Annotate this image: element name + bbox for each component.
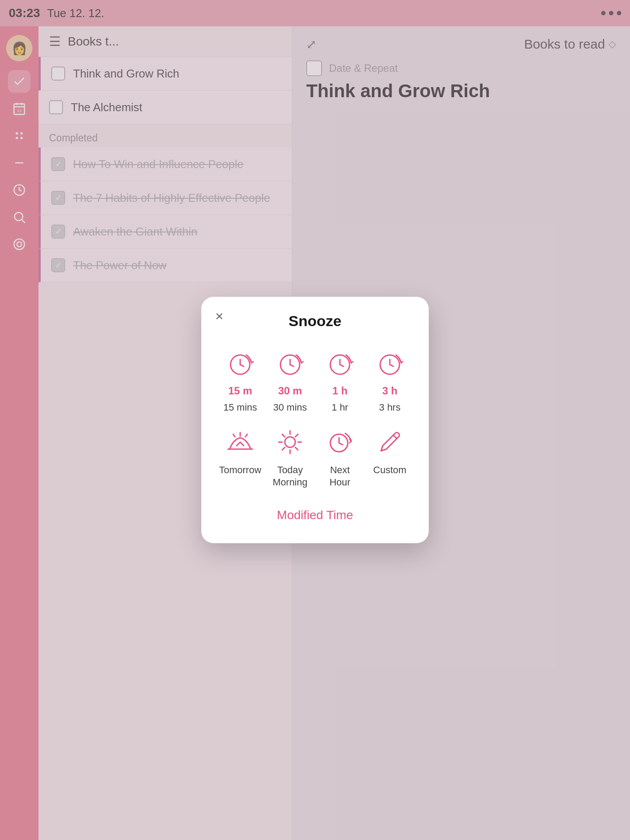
svg-line-20 — [233, 434, 235, 437]
snooze-clock-30m-icon — [273, 345, 308, 380]
snooze-custom-label: Custom — [373, 464, 406, 477]
modal-close-button[interactable]: × — [215, 309, 224, 323]
snooze-modal: × Snooze 15 m 15 mins — [201, 297, 429, 543]
snooze-tomorrow-icon — [223, 425, 258, 460]
svg-line-31 — [295, 447, 298, 450]
snooze-next-hour-label: Next Hour — [318, 464, 361, 489]
snooze-3h-label: 3 hrs — [379, 401, 401, 414]
svg-line-30 — [282, 447, 285, 450]
snooze-1h-label: 1 hr — [332, 401, 348, 414]
snooze-clock-1h-icon — [322, 345, 357, 380]
snooze-tomorrow-label: Tomorrow — [219, 464, 262, 477]
snooze-option-30m[interactable]: 30 m 30 mins — [269, 345, 312, 414]
svg-point-23 — [285, 437, 295, 447]
snooze-30m-colored-label: 30 m — [278, 385, 302, 397]
snooze-option-tomorrow[interactable]: Tomorrow — [219, 425, 262, 489]
snooze-option-1h[interactable]: 1 h 1 hr — [318, 345, 361, 414]
svg-line-28 — [282, 434, 285, 437]
snooze-1h-colored-label: 1 h — [332, 385, 348, 397]
snooze-clock-3h-icon — [372, 345, 407, 380]
snooze-custom-icon — [372, 425, 407, 460]
snooze-today-morning-icon — [273, 425, 308, 460]
snooze-option-3h[interactable]: 3 h 3 hrs — [368, 345, 411, 414]
snooze-clock-15m-icon — [223, 345, 258, 380]
svg-line-21 — [245, 434, 247, 437]
modal-overlay: × Snooze 15 m 15 mins — [0, 0, 630, 840]
modified-time-button[interactable]: Modified Time — [219, 505, 411, 526]
snooze-3h-colored-label: 3 h — [382, 385, 398, 397]
snooze-options-grid: 15 m 15 mins 30 m 30 mins — [219, 345, 411, 489]
snooze-next-hour-icon — [322, 425, 357, 460]
modal-title: Snooze — [219, 313, 411, 330]
snooze-15m-label: 15 mins — [223, 401, 257, 414]
snooze-option-today-morning[interactable]: TodayMorning — [269, 425, 312, 489]
svg-line-29 — [295, 434, 298, 437]
snooze-30m-label: 30 mins — [273, 401, 307, 414]
snooze-15m-colored-label: 15 m — [228, 385, 252, 397]
snooze-option-15m[interactable]: 15 m 15 mins — [219, 345, 262, 414]
snooze-option-custom[interactable]: Custom — [368, 425, 411, 489]
svg-line-33 — [393, 435, 397, 439]
snooze-option-next-hour[interactable]: Next Hour — [318, 425, 361, 489]
snooze-today-morning-label: TodayMorning — [273, 464, 307, 489]
